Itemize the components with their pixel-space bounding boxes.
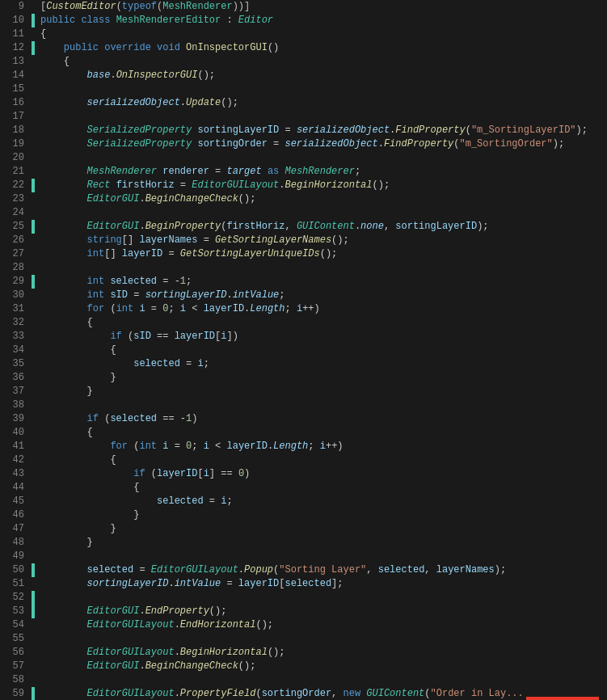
code-line: { — [40, 55, 607, 69]
code-line: string[] layerNames = GetSortingLayerNam… — [40, 234, 607, 247]
code-line: public class MeshRendererEditor : Editor — [40, 14, 607, 27]
line-number: 37 — [0, 385, 24, 398]
code-line: { — [40, 316, 607, 330]
code-line: int selected = -1; — [40, 275, 607, 289]
code-line — [40, 82, 607, 96]
gutter-marker — [32, 563, 35, 577]
line-number: 38 — [0, 398, 24, 412]
code-line: SerializedProperty sortingOrder = serial… — [40, 137, 607, 151]
line-number: 29 — [0, 275, 24, 289]
code-line: EditorGUILayout.PropertyField(sortingOrd… — [40, 687, 607, 700]
code-line: selected = i; — [40, 495, 607, 508]
gutter-marker — [32, 220, 35, 234]
line-number: 18 — [0, 124, 24, 137]
code-line: int[] layerID = GetSortingLayerUniqueIDs… — [40, 247, 607, 261]
code-line — [40, 591, 607, 605]
code-line — [40, 550, 607, 563]
line-number: 42 — [0, 453, 24, 467]
gutter-marker — [32, 687, 35, 700]
code-line: } — [40, 522, 607, 536]
code-line: EditorGUI.BeginChangeCheck(); — [40, 660, 607, 673]
code-line: } — [40, 385, 607, 398]
line-number: 50 — [0, 563, 24, 577]
code-line: for (int i = 0; i < layerID.Length; i++) — [40, 440, 607, 453]
line-number: 30 — [0, 289, 24, 302]
line-number: 57 — [0, 660, 24, 673]
line-number: 36 — [0, 371, 24, 385]
code-line: int sID = sortingLayerID.intValue; — [40, 289, 607, 302]
gutter-marker — [32, 605, 35, 618]
code-line: [CustomEditor(typeof(MeshRenderer))] — [40, 0, 607, 14]
line-number: 48 — [0, 536, 24, 550]
code-line: EditorGUI.BeginProperty(firstHoriz, GUIC… — [40, 220, 607, 234]
line-number: 39 — [0, 412, 24, 426]
code-line: serializedObject.Update(); — [40, 96, 607, 110]
line-number: 31 — [0, 302, 24, 316]
gutter-marker — [32, 275, 35, 289]
line-number: 34 — [0, 344, 24, 357]
code-line: { — [40, 27, 607, 41]
gutter — [29, 0, 37, 700]
line-number: 13 — [0, 55, 24, 69]
code-line — [40, 110, 607, 124]
line-number: 14 — [0, 69, 24, 82]
code-line: Rect firstHoriz = EditorGUILayout.BeginH… — [40, 179, 607, 192]
line-number: 26 — [0, 234, 24, 247]
code-line: EditorGUI.BeginChangeCheck(); — [40, 192, 607, 206]
line-number: 10 — [0, 14, 24, 27]
code-line: if (selected == -1) — [40, 412, 607, 426]
gutter-marker — [32, 14, 35, 27]
code-area[interactable]: [CustomEditor(typeof(MeshRenderer))]publ… — [37, 0, 607, 700]
line-number: 46 — [0, 508, 24, 522]
line-number: 45 — [0, 495, 24, 508]
code-line — [40, 398, 607, 412]
code-line: { — [40, 481, 607, 495]
line-number: 15 — [0, 82, 24, 96]
line-number: 33 — [0, 330, 24, 344]
code-line: selected = i; — [40, 357, 607, 371]
code-line — [40, 673, 607, 687]
line-number: 28 — [0, 261, 24, 275]
line-number: 35 — [0, 357, 24, 371]
line-number: 17 — [0, 110, 24, 124]
line-number: 52 — [0, 591, 24, 605]
code-line: EditorGUI.EndProperty(); — [40, 605, 607, 618]
line-number: 24 — [0, 206, 24, 220]
gutter-marker — [32, 179, 35, 192]
code-line: selected = EditorGUILayout.Popup("Sortin… — [40, 563, 607, 577]
line-number: 19 — [0, 137, 24, 151]
code-line — [40, 151, 607, 165]
line-number: 23 — [0, 192, 24, 206]
code-line: SerializedProperty sortingLayerID = seri… — [40, 124, 607, 137]
line-number: 59 — [0, 687, 24, 700]
line-number: 53 — [0, 605, 24, 618]
code-line: { — [40, 453, 607, 467]
code-line: for (int i = 0; i < layerID.Length; i++) — [40, 302, 607, 316]
line-number: 32 — [0, 316, 24, 330]
code-container: 9101112131415161718192021222324252627282… — [0, 0, 607, 700]
watermark: 51CTO.com 技术博客 Blog — [526, 697, 599, 700]
line-number: 43 — [0, 467, 24, 481]
line-number: 47 — [0, 522, 24, 536]
line-number: 27 — [0, 247, 24, 261]
code-line: base.OnInspectorGUI(); — [40, 69, 607, 82]
code-line: sortingLayerID.intValue = layerID[select… — [40, 577, 607, 591]
code-line: EditorGUILayout.BeginHorizontal(); — [40, 646, 607, 660]
code-line — [40, 206, 607, 220]
line-number: 44 — [0, 481, 24, 495]
code-line: } — [40, 371, 607, 385]
line-number: 22 — [0, 179, 24, 192]
code-line — [40, 261, 607, 275]
line-numbers: 9101112131415161718192021222324252627282… — [0, 0, 29, 700]
code-line: { — [40, 344, 607, 357]
line-number: 21 — [0, 165, 24, 179]
code-line: public override void OnInspectorGUI() — [40, 41, 607, 55]
line-number: 40 — [0, 426, 24, 440]
code-line: MeshRenderer renderer = target as MeshRe… — [40, 165, 607, 179]
line-number: 55 — [0, 632, 24, 646]
code-line: if (sID == layerID[i]) — [40, 330, 607, 344]
line-number: 25 — [0, 220, 24, 234]
line-number: 49 — [0, 550, 24, 563]
line-number: 41 — [0, 440, 24, 453]
gutter-marker — [32, 41, 35, 55]
